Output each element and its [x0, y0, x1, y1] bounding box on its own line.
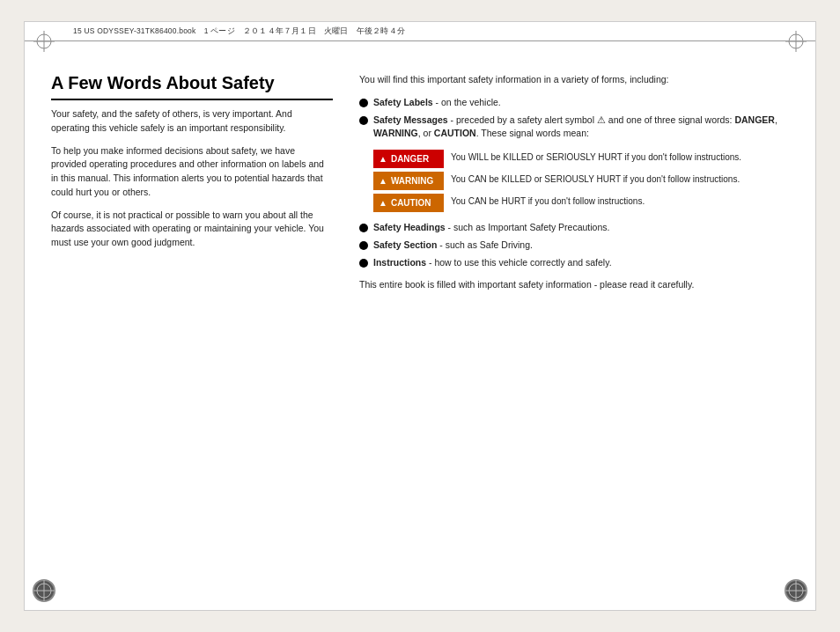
warning-label-el: ▲ WARNING — [373, 172, 444, 190]
header-bar: 15 US ODYSSEY-31TK86400.book 1 ページ ２０１４年… — [25, 22, 815, 41]
content: A Few Words About Safety Your safety, an… — [51, 64, 789, 592]
corner-br — [784, 578, 808, 603]
warning-box: ▲ WARNING You CAN be KILLED or SERIOUSLY… — [373, 172, 789, 190]
caution-text: You CAN be HURT if you don't follow inst… — [451, 194, 645, 208]
safety-section-rest: - such as Safe Driving. — [437, 239, 533, 250]
warning-text: You CAN be KILLED or SERIOUSLY HURT if y… — [451, 172, 740, 186]
bullet-dot-3 — [359, 224, 368, 232]
warning-boxes: ▲ DANGER You WILL be KILLED or SERIOUSLY… — [373, 150, 789, 212]
danger-label: ▲ DANGER — [373, 150, 444, 168]
header-text: 15 US ODYSSEY-31TK86400.book 1 ページ ２０１４年… — [73, 26, 405, 37]
right-column: You will find this important safety info… — [359, 64, 789, 592]
safety-section-bold: Safety Section — [373, 239, 437, 250]
bullet-list-2: Safety Headings - such as Important Safe… — [359, 221, 789, 269]
danger-label-text: DANGER — [391, 152, 429, 165]
page: 15 US ODYSSEY-31TK86400.book 1 ページ ２０１４年… — [24, 21, 816, 611]
bullet-item-safety-messages: Safety Messages - preceded by a safety a… — [359, 114, 789, 142]
warning-label-text: WARNING — [391, 174, 433, 187]
bullet-list-1: Safety Labels - on the vehicle. Safety M… — [359, 96, 789, 141]
footer-text: This entire book is filled with importan… — [359, 278, 789, 292]
bullet-dot-2 — [359, 116, 368, 125]
bullet-item-safety-section: Safety Section - such as Safe Driving. — [359, 239, 789, 253]
left-para-2: To help you make informed decisions abou… — [51, 144, 333, 200]
instructions-bold: Instructions — [373, 257, 426, 268]
danger-box: ▲ DANGER You WILL be KILLED or SERIOUSLY… — [373, 150, 789, 168]
warning-triangle-icon: ▲ — [379, 174, 387, 187]
danger-text: You WILL be KILLED or SERIOUSLY HURT if … — [451, 150, 741, 164]
bullet-item-safety-labels: Safety Labels - on the vehicle. — [359, 96, 789, 110]
caution-box: ▲ CAUTION You CAN be HURT if you don't f… — [373, 194, 789, 212]
safety-messages-bold: Safety Messages — [373, 114, 448, 125]
caution-label-text: CAUTION — [391, 196, 431, 209]
safety-headings-rest: - such as Important Safety Precautions. — [446, 222, 610, 232]
bullet-dot-5 — [359, 259, 368, 268]
bullet-item-instructions: Instructions - how to use this vehicle c… — [359, 256, 789, 270]
safety-headings-bold: Safety Headings — [373, 222, 446, 232]
right-intro: You will find this important safety info… — [359, 73, 789, 87]
page-title: A Few Words About Safety — [51, 73, 333, 100]
bullet-dot-4 — [359, 241, 368, 250]
safety-labels-bold: Safety Labels — [373, 97, 433, 107]
safety-labels-rest: - on the vehicle. — [433, 97, 501, 107]
instructions-rest: - how to use this vehicle correctly and … — [426, 257, 611, 268]
corner-bl — [32, 578, 56, 603]
caution-label: ▲ CAUTION — [373, 194, 444, 212]
left-column: A Few Words About Safety Your safety, an… — [51, 64, 333, 592]
bullet-item-safety-headings: Safety Headings - such as Important Safe… — [359, 221, 789, 235]
caution-triangle-icon: ▲ — [379, 196, 387, 209]
bullet-dot — [359, 99, 368, 107]
left-para-1: Your safety, and the safety of others, i… — [51, 107, 333, 136]
danger-triangle-icon: ▲ — [379, 152, 387, 165]
left-para-3: Of course, it is not practical or possib… — [51, 209, 333, 250]
